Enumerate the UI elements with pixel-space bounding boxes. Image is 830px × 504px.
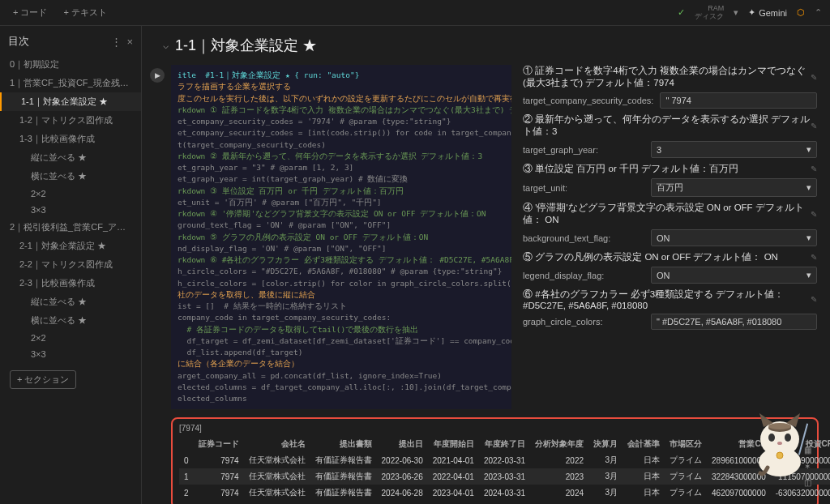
column-header: 年度終了日 bbox=[479, 436, 530, 452]
form-label: ⑤ グラフの凡例の表示設定 ON or OFF デフォルト値： ON✎ bbox=[523, 251, 817, 263]
gemini-button[interactable]: ✦ Gemini bbox=[748, 7, 787, 18]
param-name: target_company_security_codes: bbox=[523, 96, 653, 105]
column-header: 会社名 bbox=[244, 436, 310, 452]
output-header: [7974] bbox=[179, 424, 811, 433]
column-header: 市場区分 bbox=[665, 436, 707, 452]
chevron-down-icon: ▾ bbox=[806, 182, 811, 193]
select-input[interactable]: ON▾ bbox=[651, 229, 817, 246]
form-label: ⑥ #各社のグラフカラー 必ず3種類設定する デフォルト値： #D5C27E, … bbox=[523, 288, 817, 310]
column-header: 分析対象年度 bbox=[530, 436, 588, 452]
param-name: graph_circle_colors: bbox=[523, 317, 644, 327]
add-code-button[interactable]: + コード bbox=[8, 5, 52, 20]
select-input[interactable]: ON▾ bbox=[651, 267, 817, 284]
column-header: 年度開始日 bbox=[428, 436, 479, 452]
toc-item[interactable]: 0｜初期設定 bbox=[0, 55, 141, 74]
edit-icon[interactable]: ✎ bbox=[811, 164, 817, 173]
column-header bbox=[179, 436, 194, 452]
toc-item[interactable]: 横に並べる ★ bbox=[0, 167, 141, 186]
toc-item[interactable]: 1-1｜対象企業設定 ★ bbox=[0, 92, 141, 111]
toc-item[interactable]: 縦に並べる ★ bbox=[0, 148, 141, 167]
chevron-down-icon: ▾ bbox=[806, 270, 811, 280]
table-row: 07974任天堂株式会社有価証券報告書2022-06-302021-04-012… bbox=[179, 452, 830, 468]
check-icon: ✓ bbox=[678, 7, 685, 18]
toc-settings-icon[interactable]: ⋮ bbox=[111, 36, 122, 48]
code-editor[interactable]: itle #1-1｜対象企業設定 ★ { run: "auto"}ラフを描画する… bbox=[171, 65, 511, 409]
param-name: background_text_flag: bbox=[523, 233, 644, 243]
chart-icon[interactable]: ◫ bbox=[801, 476, 814, 489]
run-cell-button[interactable]: ▶ bbox=[150, 68, 165, 83]
table-row: 27974任天堂株式会社有価証券報告書2024-06-282023-04-012… bbox=[179, 485, 830, 501]
toc-item[interactable]: 3×3 bbox=[0, 346, 141, 362]
toc-sidebar: 目次 ⋮ × 0｜初期設定1｜営業CF_投資CF_現金残高↑1-1｜対象企業設定… bbox=[0, 26, 142, 504]
toc-item[interactable]: 2｜税引後利益_営業CF_アクルーアル ↓ bbox=[0, 218, 141, 237]
column-header: 決算月 bbox=[588, 436, 622, 452]
add-section-button[interactable]: + セクション bbox=[10, 370, 76, 389]
edit-icon[interactable]: ✎ bbox=[811, 295, 817, 304]
toc-item[interactable]: 1｜営業CF_投資CF_現金残高↑ bbox=[0, 74, 141, 92]
edit-icon[interactable]: ✎ bbox=[811, 122, 817, 130]
dropdown-icon[interactable]: ▾ bbox=[734, 7, 738, 18]
column-header: 提出日 bbox=[377, 436, 428, 452]
section-heading: 1-1｜対象企業設定 ★ bbox=[175, 36, 317, 55]
text-input[interactable]: " #D5C27E, #5A6A8F, #018080 bbox=[651, 314, 817, 330]
chevron-down-icon: ▾ bbox=[806, 144, 811, 155]
resource-meter[interactable]: RAM ディスク bbox=[695, 5, 724, 21]
code-cell: ▶ itle #1-1｜対象企業設定 ★ { run: "auto"}ラフを描画… bbox=[142, 65, 830, 414]
toc-item[interactable]: 2-1｜対象企業設定 ★ bbox=[0, 237, 141, 255]
form-panel: ① 証券コードを数字4桁で入力 複数企業の場合はカンマでつなぐ(最大3社まで) … bbox=[518, 65, 822, 409]
edit-icon[interactable]: ✎ bbox=[811, 73, 817, 82]
filter-icon[interactable]: ▦ bbox=[801, 443, 814, 456]
form-label: ① 証券コードを数字4桁で入力 複数企業の場合はカンマでつなぐ(最大3社まで) … bbox=[523, 65, 817, 89]
wand-icon[interactable]: ✶ bbox=[801, 459, 814, 472]
add-text-button[interactable]: + テキスト bbox=[58, 5, 111, 20]
form-label: ④ '停滞期'などグラフ背景文字の表示設定 ON or OFF デフォルト値： … bbox=[523, 202, 817, 226]
column-header: 証券コード bbox=[194, 436, 244, 452]
sparkle-icon: ✦ bbox=[748, 7, 755, 18]
chevron-down-icon: ▾ bbox=[806, 233, 811, 243]
toc-item[interactable]: 3×3 bbox=[0, 202, 141, 218]
toc-item[interactable]: 2-2｜マトリクス図作成 bbox=[0, 255, 141, 274]
toc-item[interactable]: 横に並べる ★ bbox=[0, 311, 141, 330]
main-area: ⌵ 1-1｜対象企業設定 ★ ▶ itle #1-1｜対象企業設定 ★ { ru… bbox=[142, 26, 830, 504]
param-name: legend_display_flag: bbox=[523, 271, 644, 280]
select-input[interactable]: 百万円▾ bbox=[651, 178, 817, 197]
toc-item[interactable]: 2-3｜比較画像作成 bbox=[0, 274, 141, 293]
param-name: target_graph_year: bbox=[523, 145, 644, 155]
form-label: ③ 単位設定 百万円 or 千円 デフォルト値：百万円✎ bbox=[523, 163, 817, 175]
toc-title: 目次 bbox=[8, 34, 29, 49]
collapse-section-icon[interactable]: ⌵ bbox=[163, 40, 169, 51]
select-input[interactable]: 3▾ bbox=[651, 141, 817, 158]
edit-icon[interactable]: ✎ bbox=[811, 253, 817, 262]
collapse-icon[interactable]: ⌃ bbox=[815, 7, 822, 18]
toc-item[interactable]: 2×2 bbox=[0, 186, 141, 202]
toc-item[interactable]: 1-3｜比較画像作成 bbox=[0, 130, 141, 148]
toc-item[interactable]: 1-2｜マトリクス図作成 bbox=[0, 111, 141, 130]
form-label: ② 最新年から遡って、何年分のデータを表示するか選択 デフォルト値：3✎ bbox=[523, 113, 817, 138]
column-header: 提出書類 bbox=[310, 436, 377, 452]
toc-item[interactable]: 縦に並べる ★ bbox=[0, 293, 141, 311]
toc-close-icon[interactable]: × bbox=[126, 36, 133, 48]
toc-item[interactable]: 2×2 bbox=[0, 330, 141, 346]
column-header: 会計基準 bbox=[622, 436, 665, 452]
param-name: target_unit: bbox=[523, 183, 644, 193]
text-input[interactable]: " 7974 bbox=[660, 92, 817, 109]
topbar: + コード + テキスト ✓ RAM ディスク ▾ ✦ Gemini ⬡ ⌃ bbox=[0, 0, 830, 26]
edit-icon[interactable]: ✎ bbox=[811, 210, 817, 219]
cell-output: [7974] ▦ ✶ ◫ 証券コード会社名提出書類提出日年度開始日年度終了日分析… bbox=[171, 417, 819, 504]
toc-list: 0｜初期設定1｜営業CF_投資CF_現金残高↑1-1｜対象企業設定 ★1-2｜マ… bbox=[0, 55, 141, 362]
output-table: 証券コード会社名提出書類提出日年度開始日年度終了日分析対象年度決算月会計基準市場… bbox=[179, 436, 830, 501]
colab-logo-icon[interactable]: ⬡ bbox=[797, 7, 805, 18]
table-row: 17974任天堂株式会社有価証券報告書2023-06-262022-04-012… bbox=[179, 468, 830, 485]
column-header: 営業CF bbox=[707, 436, 771, 452]
